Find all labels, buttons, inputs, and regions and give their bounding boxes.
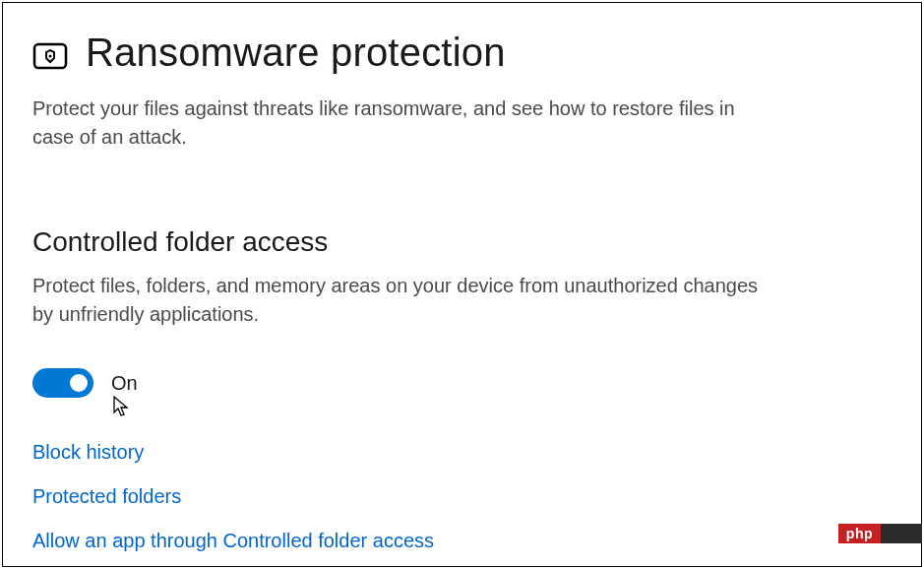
settings-panel: Ransomware protection Protect your files… [2, 2, 922, 567]
section-description: Protect files, folders, and memory areas… [32, 272, 780, 329]
protected-folders-link[interactable]: Protected folders [32, 485, 181, 508]
toggle-state-label: On [111, 372, 138, 395]
allow-app-link[interactable]: Allow an app through Controlled folder a… [32, 530, 434, 552]
toggle-knob [70, 374, 88, 392]
mouse-cursor-icon [113, 396, 131, 421]
header: Ransomware protection [32, 31, 892, 75]
svg-point-1 [49, 54, 52, 57]
watermark: php [838, 524, 922, 543]
section-title: Controlled folder access [32, 226, 892, 258]
page-title: Ransomware protection [86, 31, 506, 75]
ransomware-protection-icon [32, 38, 68, 74]
page-description: Protect your files against threats like … [32, 95, 741, 152]
block-history-link[interactable]: Block history [32, 441, 144, 464]
watermark-badge [881, 524, 922, 543]
links-section: Block history Protected folders Allow an… [32, 441, 892, 552]
watermark-text: php [838, 524, 881, 543]
toggle-row: On [32, 368, 892, 398]
controlled-folder-access-toggle[interactable] [32, 368, 93, 398]
